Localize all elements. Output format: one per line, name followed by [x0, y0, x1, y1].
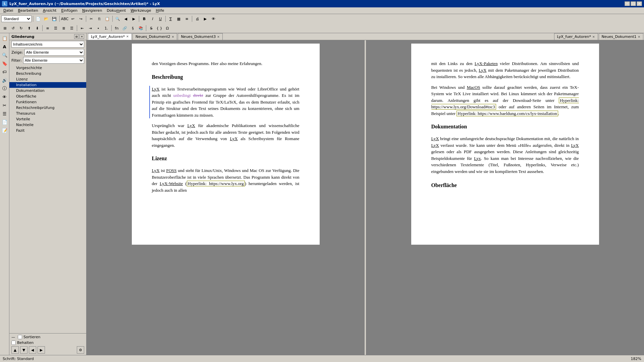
tab-close-icon[interactable]: ✕ — [592, 35, 595, 39]
list-btn[interactable]: ≡ — [183, 15, 191, 22]
nav-promote-btn[interactable]: ◀ — [29, 346, 36, 354]
sortieren-checkbox[interactable] — [18, 335, 22, 339]
nav-up-btn[interactable]: ▲ — [11, 346, 19, 354]
toc-type-select[interactable]: Inhaltsverzeichnis — [11, 41, 84, 48]
tree-item-fazit[interactable]: Fazit — [9, 128, 86, 133]
tree-item-rechtschreibpruefung[interactable]: Rechtschreibprüfung — [9, 105, 86, 111]
menu-werkzeuge[interactable]: Werkzeuge — [128, 8, 153, 13]
menu-ansicht[interactable]: Ansicht — [41, 8, 59, 13]
bib-btn[interactable]: 📚 — [137, 24, 145, 32]
tb2-1[interactable]: ⊞ — [1, 24, 9, 32]
menu-datei[interactable]: Datei — [1, 8, 15, 13]
strip-icon-headset[interactable]: 🔊 — [1, 76, 8, 84]
strip-icon-info[interactable]: ⓘ — [1, 85, 8, 92]
menu-navigieren[interactable]: Navigieren — [80, 8, 104, 13]
new-btn[interactable]: 📄 — [35, 15, 42, 22]
tab-close-icon[interactable]: ✕ — [126, 35, 129, 38]
tb2-3[interactable]: ↻ — [17, 24, 25, 32]
close-button[interactable]: ✕ — [637, 1, 642, 6]
undo-btn[interactable]: ↩ — [69, 15, 76, 22]
paste-btn[interactable]: 📋 — [104, 15, 111, 22]
math-btn[interactable]: ∑ — [167, 15, 174, 22]
sidebar-detach-btn[interactable]: ⊟ — [74, 34, 79, 39]
view-btn[interactable]: 👁 — [210, 15, 217, 22]
behalten-checkbox[interactable] — [11, 341, 16, 345]
cut-btn[interactable]: ✂ — [88, 15, 95, 22]
align-justify[interactable]: ☰ — [68, 24, 75, 32]
menu-dokument[interactable]: Dokument — [105, 8, 128, 13]
copy-btn[interactable]: ⎘ — [96, 15, 103, 22]
sidebar-close-btn[interactable]: ✕ — [79, 34, 84, 39]
code-btn[interactable]: { } — [156, 24, 163, 32]
nav-demote-btn[interactable]: ▶ — [38, 346, 45, 354]
tree-item-oberflaeche[interactable]: Oberfläche — [9, 94, 86, 99]
hyperlink-lyx-org[interactable]: Hyperlink: https://www.lyx.org — [187, 181, 245, 186]
compile-btn[interactable]: ▶ — [202, 15, 209, 22]
menu-bearbeiten[interactable]: Bearbeiten — [16, 8, 40, 13]
hyperlink-baeldung[interactable]: Hyperlink: https://www.baeldung.com/cs/l… — [457, 111, 558, 116]
strip-icon-tag[interactable]: 🏷 — [1, 68, 8, 75]
find-btn[interactable]: 🔍 — [114, 15, 121, 22]
tree-item-installation[interactable]: Installation — [9, 82, 86, 88]
minimize-button[interactable]: ─ — [625, 1, 630, 6]
tb2-2[interactable]: ↺ — [9, 24, 17, 32]
strip-icon-list[interactable]: ☰ — [1, 110, 8, 117]
list-unordered[interactable]: • — [95, 24, 102, 32]
tab-neues-dokument1[interactable]: Neues_Dokument1 ✕ — [599, 33, 643, 40]
spellcheck-btn[interactable]: ABC — [61, 15, 68, 22]
sidebar-settings-btn[interactable]: ⚙ — [77, 346, 84, 354]
tree-item-funktionen[interactable]: Funktionen — [9, 99, 86, 105]
tb2-4[interactable]: ⬆ — [25, 24, 33, 32]
tab-lyx-fuer-autoren-right[interactable]: LyX_fuer_Autoren* ✕ — [554, 33, 598, 40]
ref-btn[interactable]: § — [129, 24, 137, 32]
strip-icon-toc[interactable]: 📋 — [1, 35, 8, 42]
tree-item-dokumentation[interactable]: Dokumentation — [9, 88, 86, 94]
nav-down-btn[interactable]: ▼ — [20, 346, 28, 354]
navigate-next[interactable]: ▶ — [130, 15, 138, 22]
sidebar-header-controls[interactable]: ⊟ ✕ — [74, 34, 84, 39]
bold-btn[interactable]: B — [141, 15, 148, 22]
strip-icon-doc2[interactable]: 📝 — [1, 127, 8, 134]
list-ordered[interactable]: 1. — [103, 24, 110, 32]
tree-item-beschreibung[interactable]: Beschreibung — [9, 71, 86, 76]
navigate-prev[interactable]: ◀ — [122, 15, 129, 22]
indent-inc[interactable]: ⇥ — [87, 24, 94, 32]
print-btn[interactable]: 🖨 — [194, 15, 201, 22]
strip-icon-A[interactable]: A — [1, 43, 8, 50]
strip-icon-eye[interactable]: 👁 — [1, 93, 8, 101]
tab-close-icon[interactable]: ✕ — [172, 35, 174, 39]
tab-neues-dokument3[interactable]: Neues_Dokument3 ✕ — [178, 33, 222, 40]
sortieren-checkbox-row[interactable]: Sortieren — [18, 335, 40, 339]
footnote-btn[interactable]: fn — [113, 24, 120, 32]
indent-dec[interactable]: ⇤ — [78, 24, 86, 32]
tree-item-thesaurus[interactable]: Thesaurus — [9, 111, 86, 116]
underline-btn[interactable]: U — [157, 15, 164, 22]
link-btn[interactable]: 🔗 — [121, 24, 128, 32]
tab-neues-dokument2[interactable]: Neues_Dokument2 ✕ — [132, 33, 177, 40]
style-dropdown[interactable]: Standard — [1, 15, 32, 22]
hyperlink-lyx-download[interactable]: Hyperlink: https://www.lyx.org/Download#… — [431, 98, 579, 110]
zeige-select[interactable]: Alle Elemente — [24, 49, 84, 56]
tree-item-nachteile[interactable]: Nachteile — [9, 122, 86, 128]
menu-einfuegen[interactable]: Einfügen — [59, 8, 79, 13]
tree-item-lizenz[interactable]: Lizenz — [9, 76, 86, 82]
tab-close-icon[interactable]: ✕ — [638, 35, 640, 39]
strip-icon-search[interactable]: 🔍 — [1, 51, 8, 59]
tree-item-vorgeschichte[interactable]: Vorgeschichte — [9, 65, 86, 71]
menu-hilfe[interactable]: Hilfe — [154, 8, 166, 13]
redo-btn[interactable]: ↪ — [77, 15, 85, 22]
italic-btn[interactable]: I — [149, 15, 156, 22]
open-btn[interactable]: 📂 — [43, 15, 50, 22]
strikethrough-btn[interactable]: S̶ — [148, 24, 155, 32]
filter-select[interactable]: Alle Elemente — [23, 57, 84, 64]
tb2-5[interactable]: ⬇ — [34, 24, 41, 32]
window-controls[interactable]: ─ □ ✕ — [625, 1, 642, 6]
strip-icon-bookmark[interactable]: 🔖 — [1, 60, 8, 67]
save-btn[interactable]: 💾 — [51, 15, 58, 22]
tab-close-icon[interactable]: ✕ — [217, 35, 220, 39]
strip-icon-scissors[interactable]: ✂ — [1, 102, 8, 109]
maximize-button[interactable]: □ — [631, 1, 636, 6]
behalten-checkbox-row[interactable]: Behalten — [11, 341, 34, 345]
tab-lyx-fuer-autoren[interactable]: LyX_fuer_Autoren* ✕ — [88, 33, 132, 40]
table-btn[interactable]: ▦ — [175, 15, 182, 22]
